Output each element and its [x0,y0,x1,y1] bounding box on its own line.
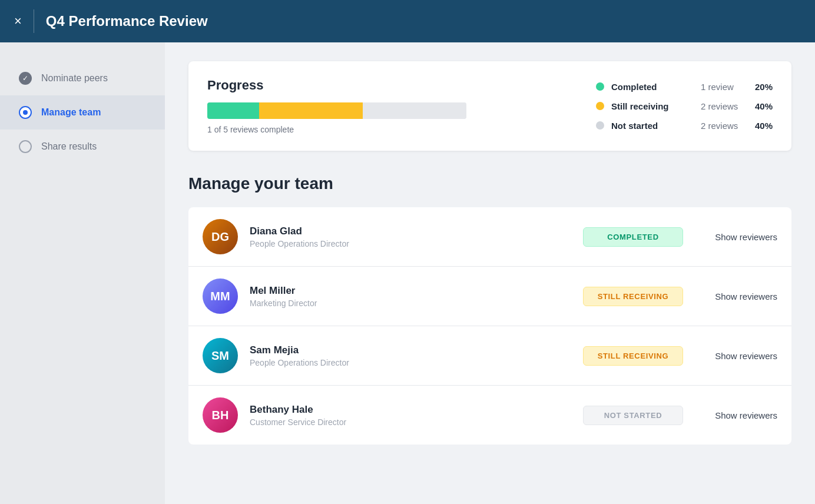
team-row: MM Mel Miller Marketing Director STILL R… [188,267,791,326]
sidebar-item-manage-team[interactable]: Manage team [0,95,165,130]
manage-team-title: Manage your team [188,174,791,193]
team-member-role: People Operations Director [250,358,571,367]
legend-name-not-started: Not started [611,121,694,131]
legend-dot-not-started [596,121,604,130]
team-info-diana-glad: Diana Glad People Operations Director [250,226,571,248]
sidebar: ✓ Nominate peers Manage team Share resul… [0,42,165,504]
sidebar-item-share-results[interactable]: Share results [0,130,165,164]
legend-pct-not-started: 40% [755,121,773,131]
sidebar-label-share-results: Share results [41,141,97,152]
status-badge-sam-mejia: STILL RECEIVING [583,346,683,366]
team-member-name: Bethany Hale [250,404,571,416]
active-step-icon [19,106,32,119]
team-list: DG Diana Glad People Operations Director… [188,207,791,445]
team-member-name: Mel Miller [250,285,571,297]
legend-dot-still-receiving [596,102,604,110]
team-info-bethany-hale: Bethany Hale Customer Service Director [250,404,571,427]
team-member-role: People Operations Director [250,239,571,248]
progress-title: Progress [207,78,561,93]
sidebar-label-nominate-peers: Nominate peers [41,73,108,84]
check-icon: ✓ [19,72,32,85]
avatar-sam-mejia: SM [203,338,238,373]
team-member-name: Diana Glad [250,226,571,237]
page-title: Q4 Performance Review [46,13,208,29]
progress-bar-not-started [363,102,466,119]
legend-pct-still-receiving: 40% [755,101,773,111]
legend-dot-completed [596,82,604,91]
avatar-bethany-hale: BH [203,397,238,433]
team-row: SM Sam Mejia People Operations Director … [188,326,791,386]
team-info-sam-mejia: Sam Mejia People Operations Director [250,344,571,367]
progress-legend: Completed 1 review 20% Still receiving 2… [596,82,773,131]
header-divider [34,9,34,33]
team-member-name: Sam Mejia [250,344,571,356]
main-content: Progress 1 of 5 reviews complete Complet… [165,42,815,504]
status-badge-bethany-hale: NOT STARTED [583,406,683,425]
close-button[interactable]: × [14,15,22,28]
sidebar-item-nominate-peers[interactable]: ✓ Nominate peers [0,61,165,95]
legend-name-completed: Completed [611,82,694,92]
avatar-mel-miller: MM [203,278,238,314]
legend-item-still-receiving: Still receiving 2 reviews 40% [596,101,773,111]
team-member-role: Customer Service Director [250,417,571,427]
progress-bar-still-receiving [259,102,363,119]
legend-item-not-started: Not started 2 reviews 40% [596,121,773,131]
legend-reviews-completed: 1 review [701,82,748,92]
sidebar-label-manage-team: Manage team [41,107,101,118]
progress-left: Progress 1 of 5 reviews complete [207,78,561,134]
legend-pct-completed: 20% [755,82,773,92]
show-reviewers-button-mel-miller[interactable]: Show reviewers [695,291,777,301]
team-row: BH Bethany Hale Customer Service Directo… [188,386,791,445]
legend-reviews-still-receiving: 2 reviews [701,101,748,111]
header: × Q4 Performance Review [0,0,815,42]
show-reviewers-button-sam-mejia[interactable]: Show reviewers [695,351,777,361]
avatar-diana-glad: DG [203,219,238,254]
legend-reviews-not-started: 2 reviews [701,121,748,131]
status-badge-mel-miller: STILL RECEIVING [583,287,683,306]
inactive-step-icon [19,140,32,153]
legend-item-completed: Completed 1 review 20% [596,82,773,92]
progress-card: Progress 1 of 5 reviews complete Complet… [188,61,791,151]
team-info-mel-miller: Mel Miller Marketing Director [250,285,571,308]
team-row: DG Diana Glad People Operations Director… [188,207,791,267]
show-reviewers-button-diana-glad[interactable]: Show reviewers [695,232,777,242]
team-member-role: Marketing Director [250,299,571,308]
status-badge-diana-glad: COMPLETED [583,227,683,247]
show-reviewers-button-bethany-hale[interactable]: Show reviewers [695,410,777,420]
layout: ✓ Nominate peers Manage team Share resul… [0,42,815,504]
progress-bar [207,102,466,119]
progress-bar-completed [207,102,259,119]
progress-label: 1 of 5 reviews complete [207,125,561,134]
legend-name-still-receiving: Still receiving [611,101,694,111]
